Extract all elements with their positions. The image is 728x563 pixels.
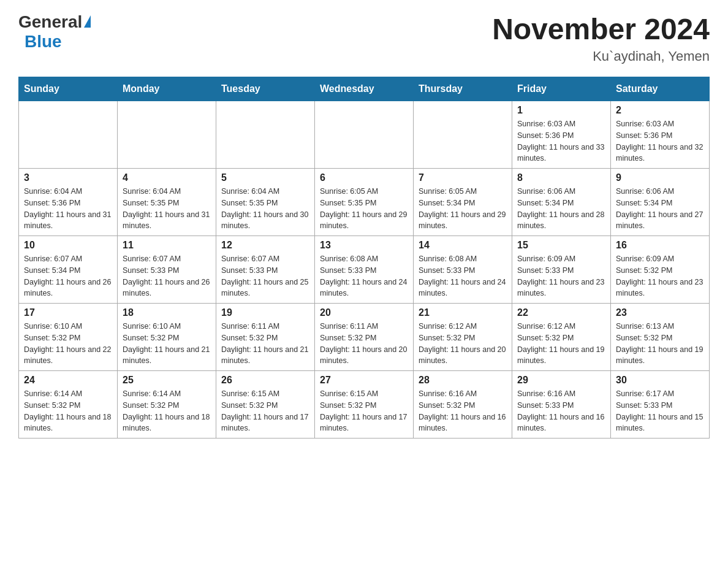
header-thursday: Thursday — [414, 77, 512, 101]
logo-blue-text: Blue — [25, 32, 62, 52]
day-info: Sunrise: 6:16 AM Sunset: 5:33 PM Dayligh… — [517, 388, 605, 434]
day-info: Sunrise: 6:14 AM Sunset: 5:32 PM Dayligh… — [24, 388, 112, 434]
day-info: Sunrise: 6:09 AM Sunset: 5:32 PM Dayligh… — [616, 253, 704, 299]
table-cell: 27Sunrise: 6:15 AM Sunset: 5:32 PM Dayli… — [315, 371, 414, 439]
day-number: 10 — [24, 240, 112, 251]
table-cell: 9Sunrise: 6:06 AM Sunset: 5:34 PM Daylig… — [611, 169, 710, 236]
week-row-2: 3Sunrise: 6:04 AM Sunset: 5:36 PM Daylig… — [19, 169, 710, 236]
day-number: 9 — [616, 172, 704, 183]
table-cell — [315, 101, 414, 169]
table-cell: 14Sunrise: 6:08 AM Sunset: 5:33 PM Dayli… — [414, 236, 512, 304]
table-cell: 7Sunrise: 6:05 AM Sunset: 5:34 PM Daylig… — [414, 169, 512, 236]
table-cell: 1Sunrise: 6:03 AM Sunset: 5:36 PM Daylig… — [512, 101, 611, 169]
week-row-4: 17Sunrise: 6:10 AM Sunset: 5:32 PM Dayli… — [19, 304, 710, 371]
day-info: Sunrise: 6:08 AM Sunset: 5:33 PM Dayligh… — [320, 253, 408, 299]
header-sunday: Sunday — [19, 77, 118, 101]
day-number: 13 — [320, 240, 408, 251]
header-friday: Friday — [512, 77, 611, 101]
day-number: 15 — [517, 240, 605, 251]
title-section: November 2024 Ku`aydinah, Yemen — [492, 12, 710, 64]
day-number: 12 — [221, 240, 309, 251]
table-cell: 18Sunrise: 6:10 AM Sunset: 5:32 PM Dayli… — [118, 304, 216, 371]
table-cell: 24Sunrise: 6:14 AM Sunset: 5:32 PM Dayli… — [19, 371, 118, 439]
table-cell: 11Sunrise: 6:07 AM Sunset: 5:33 PM Dayli… — [118, 236, 216, 304]
day-number: 8 — [517, 172, 605, 183]
day-number: 24 — [24, 375, 112, 386]
table-cell: 25Sunrise: 6:14 AM Sunset: 5:32 PM Dayli… — [118, 371, 216, 439]
day-info: Sunrise: 6:07 AM Sunset: 5:33 PM Dayligh… — [123, 253, 211, 299]
day-info: Sunrise: 6:08 AM Sunset: 5:33 PM Dayligh… — [419, 253, 507, 299]
day-number: 17 — [24, 307, 112, 318]
day-number: 25 — [123, 375, 211, 386]
calendar-table: Sunday Monday Tuesday Wednesday Thursday… — [18, 77, 710, 439]
table-cell: 22Sunrise: 6:12 AM Sunset: 5:32 PM Dayli… — [512, 304, 611, 371]
header-saturday: Saturday — [611, 77, 710, 101]
day-number: 21 — [419, 307, 507, 318]
day-info: Sunrise: 6:14 AM Sunset: 5:32 PM Dayligh… — [123, 388, 211, 434]
table-cell: 26Sunrise: 6:15 AM Sunset: 5:32 PM Dayli… — [216, 371, 315, 439]
header-tuesday: Tuesday — [216, 77, 315, 101]
table-cell: 10Sunrise: 6:07 AM Sunset: 5:34 PM Dayli… — [19, 236, 118, 304]
week-row-3: 10Sunrise: 6:07 AM Sunset: 5:34 PM Dayli… — [19, 236, 710, 304]
day-info: Sunrise: 6:12 AM Sunset: 5:32 PM Dayligh… — [419, 321, 507, 367]
table-cell: 13Sunrise: 6:08 AM Sunset: 5:33 PM Dayli… — [315, 236, 414, 304]
day-number: 5 — [221, 172, 309, 183]
day-number: 23 — [616, 307, 704, 318]
table-cell: 21Sunrise: 6:12 AM Sunset: 5:32 PM Dayli… — [414, 304, 512, 371]
day-info: Sunrise: 6:10 AM Sunset: 5:32 PM Dayligh… — [123, 321, 211, 367]
day-number: 7 — [419, 172, 507, 183]
day-number: 30 — [616, 375, 704, 386]
table-cell: 23Sunrise: 6:13 AM Sunset: 5:32 PM Dayli… — [611, 304, 710, 371]
day-info: Sunrise: 6:04 AM Sunset: 5:35 PM Dayligh… — [221, 186, 309, 232]
header-monday: Monday — [118, 77, 216, 101]
table-cell: 2Sunrise: 6:03 AM Sunset: 5:36 PM Daylig… — [611, 101, 710, 169]
table-cell: 8Sunrise: 6:06 AM Sunset: 5:34 PM Daylig… — [512, 169, 611, 236]
table-cell: 19Sunrise: 6:11 AM Sunset: 5:32 PM Dayli… — [216, 304, 315, 371]
day-number: 26 — [221, 375, 309, 386]
day-info: Sunrise: 6:11 AM Sunset: 5:32 PM Dayligh… — [221, 321, 309, 367]
day-info: Sunrise: 6:12 AM Sunset: 5:32 PM Dayligh… — [517, 321, 605, 367]
day-info: Sunrise: 6:15 AM Sunset: 5:32 PM Dayligh… — [221, 388, 309, 434]
table-cell — [414, 101, 512, 169]
day-info: Sunrise: 6:06 AM Sunset: 5:34 PM Dayligh… — [616, 186, 704, 232]
day-number: 29 — [517, 375, 605, 386]
day-info: Sunrise: 6:16 AM Sunset: 5:32 PM Dayligh… — [419, 388, 507, 434]
day-info: Sunrise: 6:06 AM Sunset: 5:34 PM Dayligh… — [517, 186, 605, 232]
day-info: Sunrise: 6:17 AM Sunset: 5:33 PM Dayligh… — [616, 388, 704, 434]
day-number: 1 — [517, 105, 605, 116]
day-info: Sunrise: 6:03 AM Sunset: 5:36 PM Dayligh… — [616, 118, 704, 164]
day-info: Sunrise: 6:13 AM Sunset: 5:32 PM Dayligh… — [616, 321, 704, 367]
week-row-1: 1Sunrise: 6:03 AM Sunset: 5:36 PM Daylig… — [19, 101, 710, 169]
header-wednesday: Wednesday — [315, 77, 414, 101]
day-info: Sunrise: 6:15 AM Sunset: 5:32 PM Dayligh… — [320, 388, 408, 434]
day-number: 2 — [616, 105, 704, 116]
day-info: Sunrise: 6:11 AM Sunset: 5:32 PM Dayligh… — [320, 321, 408, 367]
day-number: 20 — [320, 307, 408, 318]
day-number: 28 — [419, 375, 507, 386]
day-info: Sunrise: 6:07 AM Sunset: 5:34 PM Dayligh… — [24, 253, 112, 299]
day-number: 19 — [221, 307, 309, 318]
day-info: Sunrise: 6:05 AM Sunset: 5:35 PM Dayligh… — [320, 186, 408, 232]
table-cell: 5Sunrise: 6:04 AM Sunset: 5:35 PM Daylig… — [216, 169, 315, 236]
table-cell: 30Sunrise: 6:17 AM Sunset: 5:33 PM Dayli… — [611, 371, 710, 439]
logo-general-text: General — [18, 12, 82, 32]
day-number: 3 — [24, 172, 112, 183]
calendar-header-row: Sunday Monday Tuesday Wednesday Thursday… — [19, 77, 710, 101]
day-info: Sunrise: 6:10 AM Sunset: 5:32 PM Dayligh… — [24, 321, 112, 367]
day-info: Sunrise: 6:05 AM Sunset: 5:34 PM Dayligh… — [419, 186, 507, 232]
month-title: November 2024 — [492, 12, 710, 46]
day-info: Sunrise: 6:09 AM Sunset: 5:33 PM Dayligh… — [517, 253, 605, 299]
table-cell: 15Sunrise: 6:09 AM Sunset: 5:33 PM Dayli… — [512, 236, 611, 304]
day-number: 11 — [123, 240, 211, 251]
day-info: Sunrise: 6:04 AM Sunset: 5:35 PM Dayligh… — [123, 186, 211, 232]
day-number: 27 — [320, 375, 408, 386]
day-info: Sunrise: 6:03 AM Sunset: 5:36 PM Dayligh… — [517, 118, 605, 164]
day-number: 22 — [517, 307, 605, 318]
table-cell: 28Sunrise: 6:16 AM Sunset: 5:32 PM Dayli… — [414, 371, 512, 439]
table-cell: 29Sunrise: 6:16 AM Sunset: 5:33 PM Dayli… — [512, 371, 611, 439]
page-header: General Blue November 2024 Ku`aydinah, Y… — [18, 12, 710, 64]
logo-triangle-icon — [84, 15, 91, 28]
logo: General Blue — [18, 12, 91, 52]
table-cell: 17Sunrise: 6:10 AM Sunset: 5:32 PM Dayli… — [19, 304, 118, 371]
week-row-5: 24Sunrise: 6:14 AM Sunset: 5:32 PM Dayli… — [19, 371, 710, 439]
